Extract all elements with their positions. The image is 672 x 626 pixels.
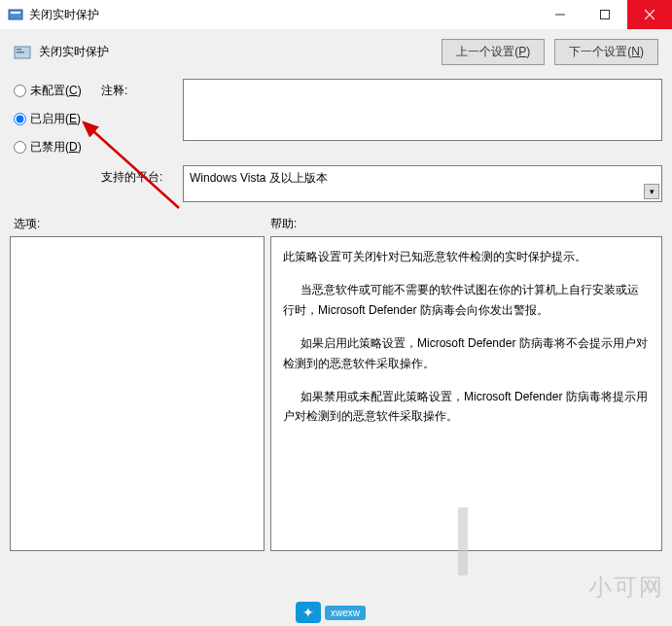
svg-rect-0	[9, 10, 22, 19]
svg-rect-7	[17, 49, 21, 51]
platform-label: 支持的平台:	[101, 165, 169, 186]
options-panel[interactable]	[10, 236, 265, 551]
previous-setting-button[interactable]: 上一个设置(P)	[442, 39, 545, 65]
maximize-button[interactable]	[583, 0, 627, 29]
svg-rect-3	[601, 11, 610, 19]
comment-textarea[interactable]	[183, 79, 662, 141]
badge-text: xwexw	[325, 606, 366, 620]
app-icon	[8, 7, 23, 22]
help-paragraph: 此策略设置可关闭针对已知恶意软件检测的实时保护提示。	[283, 247, 650, 266]
help-paragraph: 如果禁用或未配置此策略设置，Microsoft Defender 防病毒将提示用…	[283, 387, 650, 427]
state-radio-group: 未配置(C) 已启用(E) 已禁用(D)	[14, 79, 88, 156]
help-paragraph: 如果启用此策略设置，Microsoft Defender 防病毒将不会提示用户对…	[283, 333, 650, 373]
decorative-bar	[458, 507, 468, 575]
close-button[interactable]	[627, 0, 672, 29]
window-controls	[538, 0, 672, 29]
radio-disabled[interactable]: 已禁用(D)	[14, 139, 88, 156]
next-setting-button[interactable]: 下一个设置(N)	[554, 39, 658, 65]
window-title: 关闭实时保护	[29, 7, 538, 23]
svg-rect-1	[11, 12, 20, 14]
sub-header: 关闭实时保护 上一个设置(P) 下一个设置(N)	[0, 29, 672, 75]
platform-value: Windows Vista 及以上版本	[190, 170, 328, 187]
minimize-button[interactable]	[538, 0, 583, 29]
radio-not-configured[interactable]: 未配置(C)	[14, 83, 88, 99]
options-label: 选项:	[10, 216, 270, 232]
help-paragraph: 当恶意软件或可能不需要的软件试图在你的计算机上自行安装或运行时，Microsof…	[283, 280, 650, 320]
svg-rect-8	[17, 52, 24, 53]
watermark-text: 小可网	[588, 572, 664, 603]
policy-icon	[14, 44, 31, 61]
policy-title: 关闭实时保护	[39, 44, 442, 60]
comment-label: 注释:	[101, 79, 169, 156]
badge-icon: ✦	[296, 602, 321, 623]
help-panel[interactable]: 此策略设置可关闭针对已知恶意软件检测的实时保护提示。 当恶意软件或可能不需要的软…	[270, 236, 662, 551]
radio-enabled[interactable]: 已启用(E)	[14, 111, 88, 127]
title-bar: 关闭实时保护	[0, 0, 672, 29]
supported-platform-field: Windows Vista 及以上版本 ▾	[183, 165, 662, 202]
help-label: 帮助:	[270, 216, 662, 232]
chevron-down-icon[interactable]: ▾	[644, 184, 659, 199]
footer-badge: ✦ xwexw	[296, 599, 366, 626]
